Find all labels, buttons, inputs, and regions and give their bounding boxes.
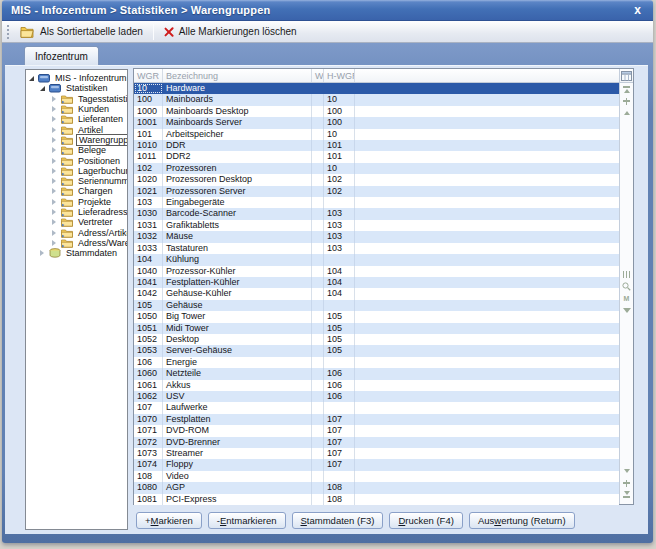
table-row[interactable]: 1011DDR2101 — [134, 151, 619, 162]
table-row[interactable]: 1040Prozessor-Kühler104 — [134, 266, 619, 277]
table-row[interactable]: 107Laufwerke — [134, 402, 619, 413]
tree-item[interactable]: Warengruppen — [26, 135, 127, 145]
search-icon[interactable] — [620, 280, 633, 292]
table-row[interactable]: 104Kühlung — [134, 254, 619, 265]
close-button[interactable]: x — [631, 4, 644, 16]
tree-item[interactable]: Positionen — [26, 155, 127, 165]
scroll-down-icon[interactable] — [620, 465, 633, 477]
tree-item[interactable]: Projekte — [26, 197, 127, 207]
collapse-icon[interactable] — [40, 84, 48, 92]
tree-item[interactable]: Adress/Warengruppen — [26, 238, 127, 248]
table-row[interactable]: 1020Prozessoren Desktop102 — [134, 174, 619, 185]
page-down-icon[interactable] — [620, 477, 633, 489]
expand-icon[interactable] — [40, 249, 48, 257]
page-up-icon[interactable] — [620, 95, 633, 107]
columns-icon[interactable] — [620, 268, 633, 280]
expand-icon[interactable] — [52, 157, 60, 165]
table-row[interactable]: 1070Festplatten107 — [134, 414, 619, 425]
table-row[interactable]: 1081PCI-Express108 — [134, 494, 619, 505]
expand-icon[interactable] — [52, 198, 60, 206]
toolbar-grip[interactable] — [7, 25, 10, 39]
expand-icon[interactable] — [52, 239, 60, 247]
table-row[interactable]: 1074Floppy107 — [134, 459, 619, 470]
expand-icon[interactable] — [52, 105, 60, 113]
expand-icon[interactable] — [52, 218, 60, 226]
expand-icon[interactable] — [52, 115, 60, 123]
table-row[interactable]: 1041Festplatten-Kühler104 — [134, 277, 619, 288]
stammdaten-f3-button[interactable]: Stammdaten (F3) — [292, 512, 384, 529]
table-row[interactable]: 1080AGP108 — [134, 482, 619, 493]
button-label: M — [151, 515, 159, 526]
table-row[interactable]: 1010DDR101 — [134, 140, 619, 151]
table-row[interactable]: 102Prozessoren10 — [134, 163, 619, 174]
scroll-to-top-icon[interactable] — [620, 83, 633, 95]
scroll-up-icon[interactable] — [620, 107, 633, 119]
table-row[interactable]: 1031Grafiktabletts103 — [134, 220, 619, 231]
table-row[interactable]: 1062USV106 — [134, 391, 619, 402]
table-row[interactable]: 1033Tastaturen103 — [134, 243, 619, 254]
tree-item[interactable]: Kunden — [26, 104, 127, 114]
column-header-wgr[interactable]: WGR — [134, 69, 163, 82]
table-row[interactable]: 103Eingabegeräte — [134, 197, 619, 208]
cell-filler — [355, 186, 619, 197]
column-header-bezeichnung[interactable]: Bezeichnung — [163, 69, 312, 82]
table-row[interactable]: 1051Midi Tower105 — [134, 323, 619, 334]
expand-icon[interactable] — [52, 187, 60, 195]
table-row[interactable]: 1001Mainboards Server100 — [134, 117, 619, 128]
tree-item[interactable]: MIS - Infozentrum — [26, 73, 127, 83]
table-row[interactable]: 1030Barcode-Scanner103 — [134, 208, 619, 219]
column-header-hwgr[interactable]: H-WGR — [324, 69, 355, 82]
tree-item[interactable]: Lieferanten — [26, 114, 127, 124]
table-row[interactable]: 1021Prozessoren Server102 — [134, 186, 619, 197]
table-row[interactable]: 1060Netzteile106 — [134, 368, 619, 379]
table-row[interactable]: 1072DVD-Brenner107 — [134, 437, 619, 448]
table-row[interactable]: 105Gehäuse — [134, 300, 619, 311]
tree-item[interactable]: Lagerbuchungen — [26, 166, 127, 176]
tree-item[interactable]: Seriennummern — [26, 176, 127, 186]
table-row[interactable]: 1071DVD-ROM107 — [134, 425, 619, 436]
clear-all-marks-button[interactable]: Alle Markierungen löschen — [158, 24, 303, 39]
collapse-icon[interactable] — [29, 74, 37, 82]
tree-item[interactable]: Stammdaten — [26, 248, 127, 258]
tree-item[interactable]: Adress/Artikel — [26, 227, 127, 237]
table-row[interactable]: 1073Streamer107 — [134, 448, 619, 459]
table-row[interactable]: 1032Mäuse103 — [134, 231, 619, 242]
tree-item[interactable]: Chargen — [26, 186, 127, 196]
mark-icon[interactable]: M — [620, 292, 633, 304]
auswertung-return-button[interactable]: Auswertung (Return) — [469, 512, 575, 529]
expand-icon[interactable] — [52, 136, 60, 144]
table-row[interactable]: 1050Big Tower105 — [134, 311, 619, 322]
entmarkieren-button[interactable]: - Entmarkieren — [208, 512, 286, 529]
expand-icon[interactable] — [52, 167, 60, 175]
filter-icon[interactable] — [620, 304, 633, 316]
markieren-button[interactable]: + Markieren — [136, 512, 202, 529]
table-row[interactable]: 100Mainboards10 — [134, 94, 619, 105]
table-row[interactable]: 1000Mainboards Desktop100 — [134, 106, 619, 117]
table-row[interactable]: 108Video — [134, 471, 619, 482]
tree-item[interactable]: Vertreter — [26, 217, 127, 227]
drucken-f4-button[interactable]: Drucken (F4) — [389, 512, 462, 529]
expand-icon[interactable] — [52, 126, 60, 134]
cell-bezeichnung: DVD-ROM — [163, 425, 312, 436]
tree-item[interactable]: Belege — [26, 145, 127, 155]
tree-item[interactable]: Tagesstatistik — [26, 94, 127, 104]
tab-infozentrum[interactable]: Infozentrum — [24, 46, 99, 65]
expand-icon[interactable] — [52, 146, 60, 154]
scroll-to-bottom-icon[interactable] — [620, 489, 633, 501]
column-customize-icon[interactable] — [620, 69, 633, 83]
tree-item[interactable]: Statistiken — [26, 83, 127, 93]
load-as-sort-table-button[interactable]: Als Sortiertabelle laden — [14, 24, 149, 40]
expand-icon[interactable] — [52, 177, 60, 185]
expand-icon[interactable] — [52, 229, 60, 237]
column-header-w[interactable]: W — [312, 69, 324, 82]
table-row[interactable]: 1042Gehäuse-Kühler104 — [134, 288, 619, 299]
expand-icon[interactable] — [52, 208, 60, 216]
expand-icon[interactable] — [52, 95, 60, 103]
table-row[interactable]: 101Arbeitspeicher10 — [134, 129, 619, 140]
table-row[interactable]: 1052Desktop105 — [134, 334, 619, 345]
table-row[interactable]: 1053Server-Gehäuse105 — [134, 345, 619, 356]
table-row[interactable]: 106Energie — [134, 357, 619, 368]
table-row[interactable]: 1061Akkus106 — [134, 380, 619, 391]
table-row[interactable]: 10Hardware — [134, 83, 619, 94]
tree-item[interactable]: Lieferadressen — [26, 207, 127, 217]
